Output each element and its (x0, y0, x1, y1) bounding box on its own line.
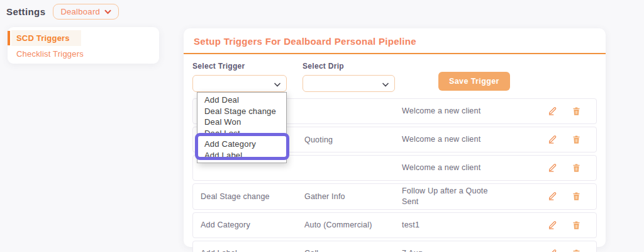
save-trigger-button[interactable]: Save Trigger (438, 72, 510, 91)
edit-icon[interactable] (548, 220, 557, 230)
dropdown-option[interactable]: Deal Stage change (197, 106, 286, 117)
delete-icon[interactable] (572, 163, 581, 173)
topbar: Settings Dealboard (6, 4, 119, 20)
drip-field: Select Drip (303, 62, 395, 92)
cell-drip: 7 Aug (402, 248, 502, 252)
cell-value: Auto (Commercial) (304, 220, 402, 229)
cell-drip: Welcome a new client (402, 163, 502, 173)
select-drip-label: Select Drip (303, 62, 395, 71)
edit-icon[interactable] (548, 192, 557, 201)
dropdown-option[interactable]: Add Category (197, 139, 286, 150)
table-row: Add Label Call 7 Aug (192, 241, 597, 252)
sidebar-item-label: Checklist Triggers (16, 49, 84, 59)
chevron-down-icon (104, 9, 111, 14)
sidebar-item-checklist-triggers[interactable]: Checklist Triggers (8, 46, 159, 62)
board-selector-value: Dealboard (60, 7, 100, 16)
sidebar-item-label: SCD Triggers (11, 30, 81, 46)
row-actions (548, 220, 589, 230)
row-actions (548, 192, 589, 201)
dropdown-option[interactable]: Deal Won (197, 117, 286, 128)
edit-icon[interactable] (548, 135, 557, 144)
cell-value: Quoting (304, 135, 402, 144)
dropdown-option[interactable]: Add Deal (197, 94, 286, 106)
delete-icon[interactable] (572, 249, 581, 252)
panel-title: Setup Triggers For Dealboard Personal Pi… (194, 36, 416, 47)
row-actions (548, 106, 589, 116)
cell-trigger: Add Category (201, 220, 304, 229)
select-drip[interactable] (303, 75, 395, 92)
chevron-down-icon (382, 78, 389, 89)
cell-trigger: Deal Stage change (201, 192, 304, 201)
cell-drip: Welcome a new client (402, 134, 502, 145)
cell-drip: Welcome a new client (402, 106, 502, 117)
cell-trigger: Add Label (201, 249, 304, 252)
row-actions (548, 135, 589, 144)
select-trigger-label: Select Trigger (192, 62, 287, 71)
table-row: Deal Stage change Gather Info Follow Up … (192, 183, 597, 210)
cell-drip: test1 (402, 220, 502, 231)
panel-header: Setup Triggers For Dealboard Personal Pi… (184, 28, 606, 54)
delete-icon[interactable] (572, 220, 581, 230)
edit-icon[interactable] (548, 249, 557, 252)
dropdown-option[interactable]: Deal Lost (197, 128, 286, 139)
triggers-panel: Setup Triggers For Dealboard Personal Pi… (184, 28, 606, 247)
cell-value: Call (304, 249, 402, 252)
page-title: Settings (6, 6, 45, 17)
edit-icon[interactable] (548, 163, 557, 173)
delete-icon[interactable] (572, 106, 581, 116)
row-actions (548, 249, 589, 252)
delete-icon[interactable] (572, 192, 581, 201)
row-actions (548, 163, 589, 173)
edit-icon[interactable] (548, 106, 557, 116)
trigger-field: Select Trigger (192, 62, 287, 92)
delete-icon[interactable] (572, 135, 581, 144)
table-row: Add Category Auto (Commercial) test1 (192, 212, 597, 238)
settings-page: Settings Dealboard SCD TriggersChecklist… (0, 0, 644, 252)
cell-value: Gather Info (304, 192, 402, 201)
trigger-dropdown-list: Add DealDeal Stage changeDeal WonDeal Lo… (197, 92, 287, 163)
sidebar-item-scd-triggers[interactable]: SCD Triggers (8, 30, 159, 46)
dropdown-option[interactable]: Add Label (197, 150, 286, 161)
trigger-form: Select Trigger Select Drip Save Trigg (184, 54, 606, 92)
chevron-down-icon (274, 78, 280, 89)
select-trigger[interactable] (192, 75, 287, 92)
board-selector[interactable]: Dealboard (53, 4, 119, 20)
cell-drip: Follow Up after a Quote Sent (402, 186, 502, 207)
sidebar: SCD TriggersChecklist Triggers (8, 27, 159, 64)
